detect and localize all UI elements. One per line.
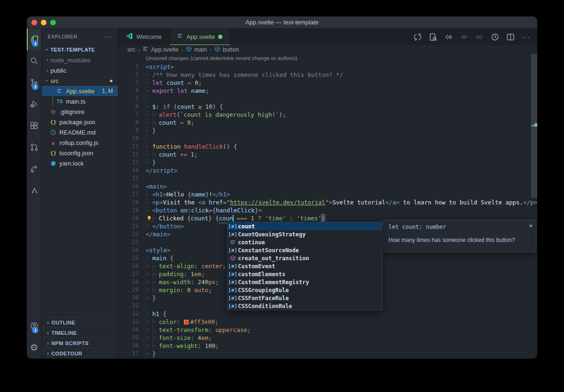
file-history-icon[interactable] <box>490 33 500 41</box>
tab-app-svelte[interactable]: App.svelte <box>170 29 231 45</box>
variable-symbol-icon: [ø] <box>228 231 238 237</box>
suggestion-item-ConstantSourceNode[interactable]: [ø]ConstantSourceNode <box>228 246 382 254</box>
panel-header-npm-scripts[interactable]: ›NPM SCRIPTS <box>42 338 117 348</box>
workspace-section-header[interactable]: › TEST-TEMPLATE <box>42 45 117 55</box>
file-row-tsconfig.json[interactable]: {}tsconfig.json <box>42 148 117 158</box>
breadcrumb-separator: › <box>210 47 212 53</box>
tab-welcome[interactable]: Welcome <box>118 29 170 45</box>
breadcrumb[interactable]: src›App.svelte›main›button <box>118 45 537 54</box>
panel-header-codetour[interactable]: ›CODETOUR <box>42 348 117 358</box>
activity-item-accounts[interactable]: 1 <box>27 315 41 337</box>
more-actions-icon[interactable]: ··· <box>104 33 112 40</box>
search-icon <box>30 57 38 65</box>
code-line-8[interactable]: 8→→count = 9; <box>118 119 537 127</box>
file-row-.gitignore[interactable]: .gitignore <box>42 106 117 117</box>
code-line-32[interactable]: 32→h1 { <box>118 310 537 318</box>
code-line-13[interactable]: 13→} <box>118 158 537 166</box>
activity-item-extensions[interactable] <box>27 115 41 136</box>
close-icon[interactable]: × <box>529 222 533 229</box>
code-line-14[interactable]: 14</script> <box>118 166 537 174</box>
code-line-4[interactable]: 4→export let name; <box>118 87 537 95</box>
code-line-11[interactable]: 11→function handleClick() { <box>118 143 537 151</box>
title-bar[interactable]: App.svelte — test-template <box>27 16 537 29</box>
activity-item-source-control[interactable]: 1 <box>27 72 41 93</box>
overview-modified-marker <box>534 123 537 127</box>
file-row-yarn.lock[interactable]: yarn.lock <box>42 158 117 168</box>
activity-item-explorer[interactable]: 1 <box>27 29 41 50</box>
suggestion-item-create_out_transition[interactable]: create_out_transition <box>228 254 382 262</box>
code-line-15[interactable]: 15 <box>118 174 537 182</box>
code-line-2[interactable]: 2→/** How many times has someone clicked… <box>118 71 537 79</box>
compare-changes-icon[interactable] <box>413 33 422 41</box>
more-actions-icon[interactable]: ··· <box>521 33 531 41</box>
code-line-5[interactable]: 5 <box>118 95 537 103</box>
code-line-19[interactable]: 19→<button on:click={handleClick}> <box>118 206 537 214</box>
editor-scrollbar[interactable] <box>531 54 537 358</box>
git-icon <box>49 109 57 115</box>
line-number: 5 <box>118 95 139 103</box>
file-row-App.svelte[interactable]: App.svelte1, M <box>42 86 117 96</box>
suggestion-item-CountQueuingStrategy[interactable]: [ø]CountQueuingStrategy <box>228 230 382 238</box>
suggestion-item-CSSFontFaceRule[interactable]: [ø]CSSFontFaceRule <box>228 294 382 302</box>
suggestion-label: count <box>238 223 255 230</box>
code-line-35[interactable]: 35→→font-size: 4em; <box>118 334 537 342</box>
suggestion-item-continue[interactable]: continue <box>228 238 382 246</box>
breadcrumb-item-src[interactable]: src <box>128 46 136 53</box>
code-line-18[interactable]: 18→<p>Visit the <a href="https://svelte.… <box>118 198 537 206</box>
breadcrumb-item-button[interactable]: button <box>214 46 239 53</box>
line-number: 2 <box>118 71 139 79</box>
code-line-7[interactable]: 7→→alert(`count is dangerously high!`); <box>118 111 537 119</box>
code-line-6[interactable]: 6→$: if (count ≥ 10) { <box>118 103 537 111</box>
code-line-10[interactable]: 10 <box>118 135 537 143</box>
code-line-36[interactable]: 36→→font-weight: 100; <box>118 342 537 350</box>
suggestion-label: CSSFontFaceRule <box>238 295 289 302</box>
variable-symbol-icon: [ø] <box>228 303 238 309</box>
previous-change-icon[interactable] <box>444 33 453 41</box>
folder-row-node_modules[interactable]: ›node_modules <box>42 55 117 65</box>
file-row-main.ts[interactable]: TSmain.ts <box>42 96 117 106</box>
breadcrumb-item-app-svelte[interactable]: App.svelte <box>143 46 178 53</box>
explorer-sidebar: EXPLORER ··· › TEST-TEMPLATE ›node_modul… <box>42 29 118 358</box>
code-line-1[interactable]: 1<script> <box>118 63 537 71</box>
panel-header-timeline[interactable]: ›TIMELINE <box>42 327 117 338</box>
json-braces-icon: {} <box>49 150 57 156</box>
activity-item-live-share[interactable] <box>27 158 41 180</box>
code-line-9[interactable]: 9→} <box>118 127 537 135</box>
code-line-3[interactable]: 3→let count = 0; <box>118 79 537 87</box>
code-line-17[interactable]: 17→<h1>Hello {name}!</h1> <box>118 190 537 198</box>
suggestion-label: continue <box>238 239 265 246</box>
lightbulb-icon[interactable] <box>146 215 152 221</box>
code-line-16[interactable]: 16<main> <box>118 182 537 190</box>
open-changes-icon[interactable] <box>428 33 438 41</box>
code-editor[interactable]: Unsaved changes (cannot determine recent… <box>118 54 537 358</box>
code-line-33[interactable]: 33→→color: #ff3e00; <box>118 318 537 326</box>
file-row-package.json[interactable]: {}package.json <box>42 117 117 127</box>
split-editor-icon[interactable] <box>506 33 515 41</box>
panel-header-outline[interactable]: ›OUTLINE <box>42 317 117 327</box>
file-row-README.md[interactable]: README.md <box>42 127 117 137</box>
css-color-swatch[interactable] <box>184 320 189 324</box>
file-row-rollup.config.js[interactable]: rollup.config.js <box>42 137 117 148</box>
item-label: .gitignore <box>59 108 84 115</box>
breadcrumb-item-main[interactable]: main <box>186 46 207 53</box>
function-symbol-icon <box>228 255 238 261</box>
activity-item-run-debug[interactable] <box>27 93 41 115</box>
change-marker-icon[interactable] <box>459 33 469 41</box>
activity-item-search[interactable] <box>27 50 41 72</box>
code-line-37[interactable]: 37→} <box>118 350 537 358</box>
activity-item-azure[interactable] <box>27 180 41 201</box>
code-line-34[interactable]: 34→→text-transform: uppercase; <box>118 326 537 334</box>
suggestion-item-count[interactable]: [ø]count <box>228 222 382 230</box>
tab-bar: WelcomeApp.svelte··· <box>118 29 537 45</box>
next-change-icon[interactable] <box>475 33 484 41</box>
activity-item-settings[interactable]: ⚙ <box>27 337 41 358</box>
activity-item-pull-requests[interactable] <box>27 136 41 158</box>
folder-row-public[interactable]: ›public <box>42 65 117 75</box>
folder-row-src[interactable]: ›src● <box>42 75 117 86</box>
suggestion-item-CSSConditionRule[interactable]: [ø]CSSConditionRule <box>228 302 382 310</box>
code-line-12[interactable]: 12→→count += 1; <box>118 151 537 158</box>
suggestion-item-customElements[interactable]: [ø]customElements <box>228 270 382 278</box>
suggestion-item-CustomEvent[interactable]: [ø]CustomEvent <box>228 262 382 270</box>
suggestion-item-CustomElementRegistry[interactable]: [ø]CustomElementRegistry <box>228 278 382 286</box>
suggestion-item-CSSGroupingRule[interactable]: [ø]CSSGroupingRule <box>228 286 382 294</box>
